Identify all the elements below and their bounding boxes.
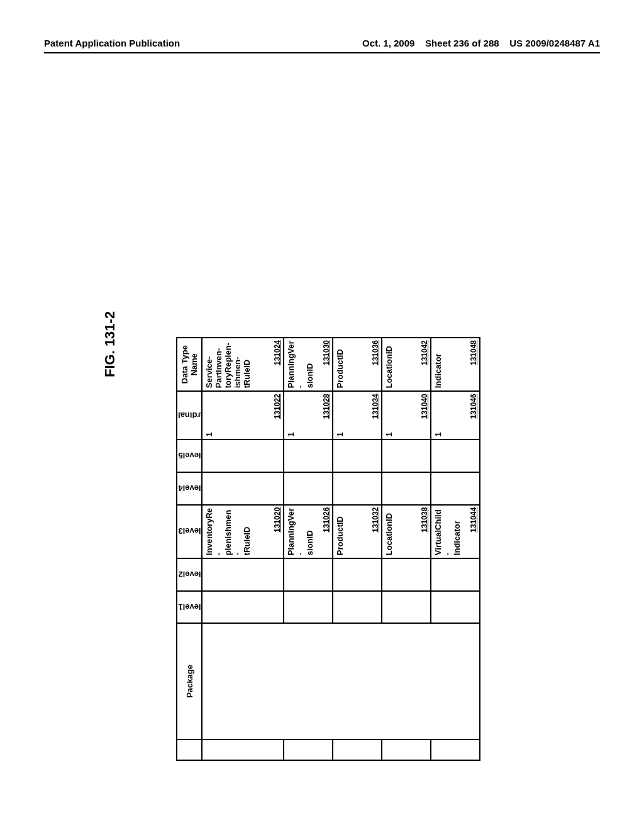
cell-cardinality: 1 131040 (382, 391, 431, 440)
cell-blank (382, 739, 431, 760)
col-level5: level5 (177, 440, 202, 472)
cell-level5 (284, 440, 333, 472)
header-sheet: Sheet 236 of 288 (425, 38, 499, 48)
cell-level2 (202, 558, 284, 591)
header-pubno: US 2009/0248487 A1 (509, 38, 600, 48)
col-level4: level4 (177, 472, 202, 505)
cell-level5 (333, 440, 382, 472)
cell-level1 (333, 591, 382, 624)
cell-level1 (202, 591, 284, 624)
publication-header: Patent Application Publication Oct. 1, 2… (44, 38, 600, 53)
col-level2: level2 (177, 558, 202, 591)
cell-level5 (431, 440, 480, 472)
figure-label: FIG. 131-2 (102, 311, 118, 377)
table-row: InventoryRe-plenishmen-tRuleID 131020 1 … (202, 338, 284, 760)
cell-blank (333, 739, 382, 760)
col-datatype: Data Type Name (177, 338, 202, 391)
cell-level4 (333, 472, 382, 505)
cell-cardinality: 1 131028 (284, 391, 333, 440)
cell-blank (431, 739, 480, 760)
cell-level5 (202, 440, 284, 472)
header-left: Patent Application Publication (44, 38, 180, 48)
cell-level3: VirtualChild-Indicator 131044 (431, 505, 480, 558)
cell-level1 (431, 591, 480, 624)
cell-level3: PlanningVer-sionID 131026 (284, 505, 333, 558)
cell-level1 (382, 591, 431, 624)
cell-datatype: Service-PartInven-toryReplen-ishmen-tRul… (202, 338, 284, 391)
col-cardinality: Cardinality (177, 391, 202, 440)
cell-level2 (284, 558, 333, 591)
cell-datatype: Indicator 131048 (431, 338, 480, 391)
cell-datatype: LocationID 131042 (382, 338, 431, 391)
col-package: Package (177, 623, 202, 739)
cell-blank (284, 739, 333, 760)
col-level3: level3 (177, 505, 202, 558)
cell-blank (202, 739, 284, 760)
cell-level2 (431, 558, 480, 591)
cell-level3: ProductID 131032 (333, 505, 382, 558)
cell-datatype: ProductID 131036 (333, 338, 382, 391)
header-date: Oct. 1, 2009 (362, 38, 414, 48)
cell-cardinality: 1 131046 (431, 391, 480, 440)
figure-table-wrap: Package level1 level2 level3 level4 leve… (176, 337, 480, 761)
cell-level4 (382, 472, 431, 505)
cell-cardinality: 1 131034 (333, 391, 382, 440)
col-level1: level1 (177, 591, 202, 624)
cell-level4 (431, 472, 480, 505)
header-right: Oct. 1, 2009 Sheet 236 of 288 US 2009/02… (362, 38, 600, 48)
cell-level1 (284, 591, 333, 624)
table-header-row: Package level1 level2 level3 level4 leve… (177, 338, 202, 760)
cell-cardinality: 1 131022 (202, 391, 284, 440)
cell-level4 (284, 472, 333, 505)
figure-table: Package level1 level2 level3 level4 leve… (176, 337, 480, 761)
cell-level2 (333, 558, 382, 591)
cell-level3: LocationID 131038 (382, 505, 431, 558)
col-blank (177, 739, 202, 760)
cell-level2 (382, 558, 431, 591)
cell-level3: InventoryRe-plenishmen-tRuleID 131020 (202, 505, 284, 558)
cell-package (202, 623, 480, 739)
cell-level4 (202, 472, 284, 505)
cell-level5 (382, 440, 431, 472)
cell-datatype: PlanningVer-sionID 131030 (284, 338, 333, 391)
